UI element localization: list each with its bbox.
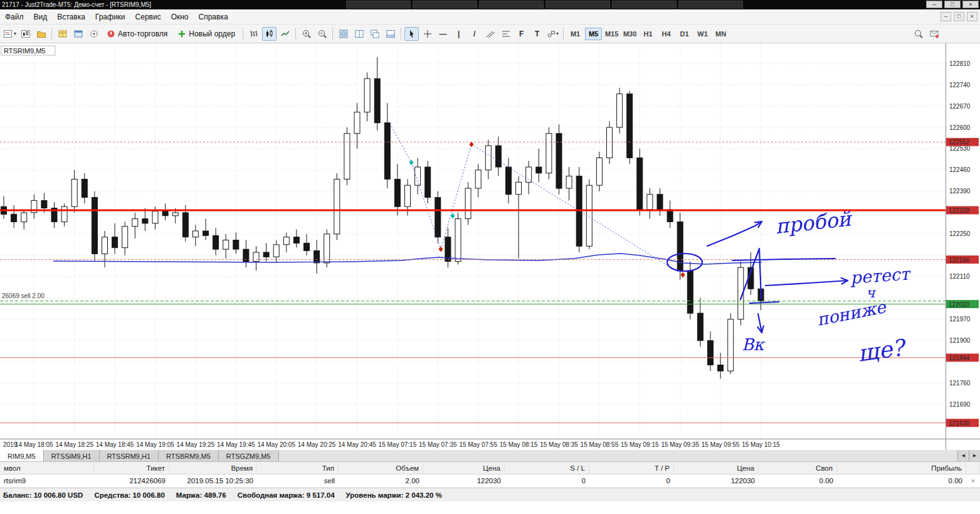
cascade-windows-button[interactable]: [367, 27, 382, 41]
bar-chart-button[interactable]: [246, 27, 261, 41]
chart-tab-rtsrim9[interactable]: RIM9,M5: [0, 450, 44, 461]
data-window-button[interactable]: [71, 27, 85, 41]
header-swap[interactable]: Своп: [759, 462, 837, 474]
market-watch-button[interactable]: [55, 27, 70, 41]
cell-type: sell: [257, 477, 339, 485]
timeframe-m30-button[interactable]: M30: [621, 28, 638, 40]
header-volume[interactable]: Объем: [339, 462, 423, 474]
time-axis-label: 14 May 18:45: [96, 441, 134, 448]
child-restore-button[interactable]: □: [954, 12, 964, 21]
timeframe-h4-button[interactable]: H4: [658, 28, 675, 40]
toolbar-separator: [51, 28, 52, 40]
zoom-in-button[interactable]: [299, 27, 313, 41]
timeframe-m5-button[interactable]: M5: [585, 28, 602, 40]
candlestick-chart-button[interactable]: [262, 27, 277, 41]
candle-body: [526, 167, 532, 182]
close-button[interactable]: ×: [962, 1, 979, 8]
position-row[interactable]: rtsrim9 212426069 2019.05.15 10:25:30 se…: [0, 474, 980, 488]
vertical-line-button[interactable]: |: [451, 27, 466, 41]
candle-body: [687, 270, 693, 313]
profiles-button[interactable]: [34, 27, 48, 41]
menu-help[interactable]: Справка: [194, 11, 233, 23]
chart-tab-rtsgzm9[interactable]: RTSGZM9,M5: [219, 450, 279, 461]
chart-tab-rtssrm9[interactable]: RTSSRM9,H1: [100, 450, 159, 461]
candle-body: [152, 211, 158, 223]
candle-body: [627, 94, 633, 158]
candle-body: [718, 365, 724, 372]
chart-symbol-label: RTSRIM9,M5: [4, 47, 45, 55]
toolbar-separator: [295, 28, 296, 40]
menu-window[interactable]: Окно: [166, 11, 194, 23]
maximize-button[interactable]: □: [944, 1, 961, 8]
menu-insert[interactable]: Вставка: [52, 11, 90, 23]
message-icon: [929, 29, 939, 39]
candle-body: [213, 235, 219, 249]
header-ticket[interactable]: Тикет: [94, 462, 169, 474]
menu-file[interactable]: Файл: [0, 11, 29, 23]
header-blank: [966, 462, 980, 474]
candle-body: [132, 219, 138, 227]
new-order-split-button[interactable]: ▾: [3, 27, 17, 41]
menu-tools[interactable]: Сервис: [130, 11, 166, 23]
text-label-button[interactable]: T: [530, 27, 544, 41]
header-symbol[interactable]: мвол: [0, 462, 94, 474]
auto-trading-button[interactable]: Авто-торговля: [102, 27, 172, 41]
chart-tab-rtssim9[interactable]: RTSSiM9,H1: [44, 450, 100, 461]
close-position-button[interactable]: ×: [966, 478, 980, 485]
new-order-button[interactable]: Новый ордер: [173, 27, 240, 41]
time-axis-label: 14 May 19:25: [177, 441, 215, 448]
minimize-button[interactable]: –: [926, 1, 942, 8]
cursor-button[interactable]: [404, 27, 419, 41]
menu-view[interactable]: Вид: [29, 11, 53, 23]
folder-icon: [36, 29, 46, 39]
cell-tp: 0: [589, 477, 674, 485]
background-window-tab: [678, 1, 743, 9]
candle-body: [283, 237, 289, 245]
timeframe-m15-button[interactable]: M15: [603, 28, 620, 40]
header-type[interactable]: Тип: [257, 462, 339, 474]
zoom-out-button[interactable]: [315, 27, 329, 41]
timeframe-mn-button[interactable]: MN: [712, 28, 729, 40]
tile-windows-button[interactable]: [352, 27, 366, 41]
menu-charts[interactable]: Графики: [90, 11, 130, 23]
dock-window-button[interactable]: [383, 27, 398, 41]
fibonacci-button[interactable]: [498, 27, 513, 41]
child-close-button[interactable]: ×: [967, 12, 977, 21]
new-chart-button[interactable]: [18, 27, 33, 41]
timeframe-d1-button[interactable]: D1: [676, 28, 693, 40]
auto-arrange-button[interactable]: [336, 27, 350, 41]
timeframe-h1-button[interactable]: H1: [640, 28, 656, 40]
shapes-dropdown-button[interactable]: ▾: [545, 27, 560, 41]
chart-tab-bar: RIM9,M5 RTSSiM9,H1 RTSSRM9,H1 RTSBRM9,M5…: [0, 450, 980, 462]
drawing-objects-button[interactable]: F: [514, 27, 529, 41]
tabs-scroll-left-button[interactable]: ◀: [957, 450, 969, 461]
horizontal-line-button[interactable]: —: [436, 27, 450, 41]
time-axis-label: 15 May 08:55: [581, 441, 619, 448]
header-profit[interactable]: Прибыль: [837, 462, 966, 474]
tabs-scroll-right-button[interactable]: ▶: [969, 450, 980, 461]
child-minimize-button[interactable]: –: [940, 12, 951, 21]
trendline-button[interactable]: /: [467, 27, 482, 41]
hand-text: пониже: [815, 297, 888, 329]
line-chart-icon: [280, 29, 290, 39]
crosshair-button[interactable]: [420, 27, 435, 41]
mt5-window: 21717 - Just2Trade-MT5: Демо-счет - [RTS…: [0, 0, 980, 514]
status-free-margin: Свободная маржа: 9 517.04: [238, 491, 335, 499]
background-tabs: [346, 1, 743, 9]
crosshair-icon: [423, 29, 433, 39]
line-chart-button[interactable]: [278, 27, 292, 41]
header-price-open[interactable]: Цена: [423, 462, 505, 474]
equidistant-channel-button[interactable]: [483, 27, 497, 41]
header-price-current[interactable]: Цена: [674, 462, 759, 474]
timeframe-m1-button[interactable]: M1: [567, 28, 584, 40]
chart-canvas[interactable]: 14 May 18:0514 May 18:2514 May 18:4514 M…: [0, 43, 980, 450]
navigator-button[interactable]: [87, 27, 101, 41]
community-button[interactable]: [927, 27, 941, 41]
status-equity: Средства: 10 006.80: [94, 491, 164, 499]
timeframe-w1-button[interactable]: W1: [694, 28, 711, 40]
header-time[interactable]: Время: [169, 462, 257, 474]
header-tp[interactable]: T / P: [589, 462, 674, 474]
header-sl[interactable]: S / L: [505, 462, 589, 474]
symbol-search-button[interactable]: [911, 27, 925, 41]
chart-tab-rtsbrm9[interactable]: RTSBRM9,M5: [159, 450, 219, 461]
